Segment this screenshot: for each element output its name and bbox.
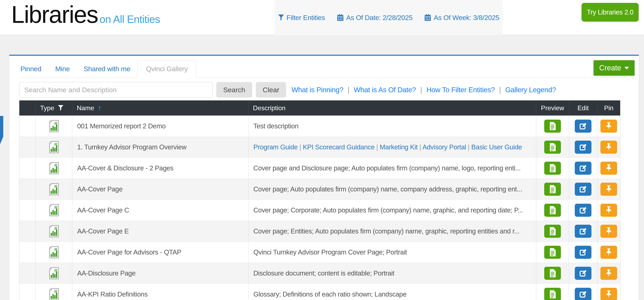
row-cell-pin xyxy=(597,179,620,200)
preview-button[interactable] xyxy=(544,120,561,133)
tab-shared-with-me[interactable]: Shared with me xyxy=(77,60,137,77)
help-link-gallery-legend[interactable]: Gallery Legend? xyxy=(505,86,556,94)
preview-button[interactable] xyxy=(544,162,561,175)
row-cell-preview xyxy=(536,137,569,158)
row-description: Program Guide | KPI Scorecard Guidance |… xyxy=(253,143,522,151)
edit-button[interactable] xyxy=(575,288,592,300)
table-row: R 1. Turnkey Advisor Program Overview Pr… xyxy=(19,136,620,158)
try-libraries-button[interactable]: Try Libraries 2.0 xyxy=(582,3,639,22)
preview-button[interactable] xyxy=(544,141,561,154)
tab-mine[interactable]: Mine xyxy=(48,60,77,77)
edit-button[interactable] xyxy=(575,141,592,154)
row-cell-empty xyxy=(19,242,36,263)
description-link[interactable]: Program Guide xyxy=(253,143,298,151)
help-link-what-is-as-of-date[interactable]: What is As Of Date? xyxy=(354,86,416,94)
filter-funnel-icon[interactable] xyxy=(58,105,64,111)
description-link[interactable]: Basic User Guide xyxy=(471,143,522,151)
row-cell-preview xyxy=(536,179,569,200)
preview-button[interactable] xyxy=(544,183,561,196)
pin-button[interactable] xyxy=(600,246,617,259)
row-cell-edit xyxy=(569,158,597,179)
filter-entities-link[interactable]: Filter Entities xyxy=(278,14,325,22)
description-link[interactable]: KPI Scorecard Guidance xyxy=(303,143,374,151)
title-row: Libraries on All Entities xyxy=(11,2,160,27)
row-cell-description: Disclosure document; content is editable… xyxy=(248,263,536,284)
row-description: Test description xyxy=(253,122,298,130)
page-title: Libraries xyxy=(11,2,98,27)
table-row: R AA-Disclosure Page Disclosure document… xyxy=(19,263,620,284)
row-cell-description: Test description xyxy=(248,116,536,136)
document-icon xyxy=(549,122,556,131)
search-button[interactable]: Search xyxy=(216,82,252,98)
header-cell-name[interactable]: Name ↑ xyxy=(72,100,248,115)
preview-button[interactable] xyxy=(544,267,561,280)
libraries-page: { "header": { "title": "Libraries", "sub… xyxy=(0,0,644,300)
pushpin-icon xyxy=(605,164,613,173)
edit-button[interactable] xyxy=(575,246,592,259)
edit-pencil-icon xyxy=(579,269,587,277)
help-link-how-to-filter-entities[interactable]: How To Filter Entities? xyxy=(426,86,495,94)
pin-button[interactable] xyxy=(600,267,617,280)
edit-pencil-icon xyxy=(579,143,587,151)
row-cell-preview xyxy=(536,263,569,284)
row-cell-preview xyxy=(536,284,569,300)
edit-pencil-icon xyxy=(579,290,587,298)
preview-button[interactable] xyxy=(544,204,561,217)
preview-button[interactable] xyxy=(544,288,561,300)
row-cell-pin xyxy=(597,137,620,158)
row-cell-edit xyxy=(569,179,597,200)
pushpin-icon xyxy=(605,248,613,256)
row-cell-type: R xyxy=(36,284,72,300)
search-input[interactable] xyxy=(19,82,213,98)
document-icon xyxy=(549,290,556,299)
feedback-bookmark-tab[interactable] xyxy=(0,116,3,144)
as-of-date-link[interactable]: As Of Date: 2/28/2025 xyxy=(337,14,413,22)
pin-button[interactable] xyxy=(600,120,617,133)
header-cell-preview: Preview xyxy=(536,100,569,115)
row-cell-empty xyxy=(19,221,36,242)
tab-qvinci-gallery[interactable]: Qvinci Gallery xyxy=(137,60,196,78)
pin-button[interactable] xyxy=(600,141,617,154)
edit-pencil-icon xyxy=(579,122,587,130)
report-type-icon: R xyxy=(49,162,59,174)
row-cell-edit xyxy=(569,284,597,300)
row-cell-name: AA-Cover Page E xyxy=(72,221,248,242)
sort-ascending-icon[interactable]: ↑ xyxy=(98,104,102,112)
row-description: Cover page; Auto populates firm (company… xyxy=(253,185,522,193)
edit-button[interactable] xyxy=(575,183,592,196)
row-cell-edit xyxy=(569,263,597,284)
description-header-label: Description xyxy=(253,104,286,112)
pin-button[interactable] xyxy=(600,204,617,217)
table-row: R AA-Cover Page Cover page; Auto populat… xyxy=(19,179,620,200)
libraries-panel: Create Pinned Mine Shared with me Qvinci… xyxy=(9,55,639,300)
edit-button[interactable] xyxy=(575,120,592,133)
header-cell-type[interactable]: Type xyxy=(36,100,72,115)
tab-pinned[interactable]: Pinned xyxy=(19,60,48,77)
pin-button[interactable] xyxy=(600,225,617,238)
clear-button[interactable]: Clear xyxy=(256,82,286,98)
row-cell-empty xyxy=(19,200,36,221)
description-link[interactable]: Marketing Kit xyxy=(380,143,418,151)
pin-button[interactable] xyxy=(600,183,617,196)
preview-button[interactable] xyxy=(544,225,561,238)
report-type-icon: R xyxy=(49,204,59,216)
help-link-what-is-pinning[interactable]: What is Pinning? xyxy=(292,86,344,94)
row-cell-name: AA-Cover Page for Advisors - QTAP xyxy=(72,242,248,263)
row-description: Cover page; Corporate; Auto populates fi… xyxy=(253,206,523,214)
row-cell-pin xyxy=(597,284,620,300)
edit-button[interactable] xyxy=(575,267,592,280)
pin-button[interactable] xyxy=(600,288,617,300)
row-cell-name: 1. Turnkey Advisor Program Overview xyxy=(72,137,248,158)
pin-button[interactable] xyxy=(600,162,617,175)
preview-button[interactable] xyxy=(544,246,561,259)
row-cell-pin xyxy=(597,242,620,263)
edit-button[interactable] xyxy=(575,162,592,175)
pushpin-icon xyxy=(605,122,613,130)
edit-button[interactable] xyxy=(575,225,592,238)
row-name: 1. Turnkey Advisor Program Overview xyxy=(77,143,186,151)
edit-header-label: Edit xyxy=(578,104,588,112)
edit-button[interactable] xyxy=(575,204,592,217)
as-of-week-link[interactable]: As Of Week: 3/8/2025 xyxy=(424,14,499,22)
pushpin-icon xyxy=(605,269,613,277)
description-link[interactable]: Advisory Portal xyxy=(422,143,466,151)
